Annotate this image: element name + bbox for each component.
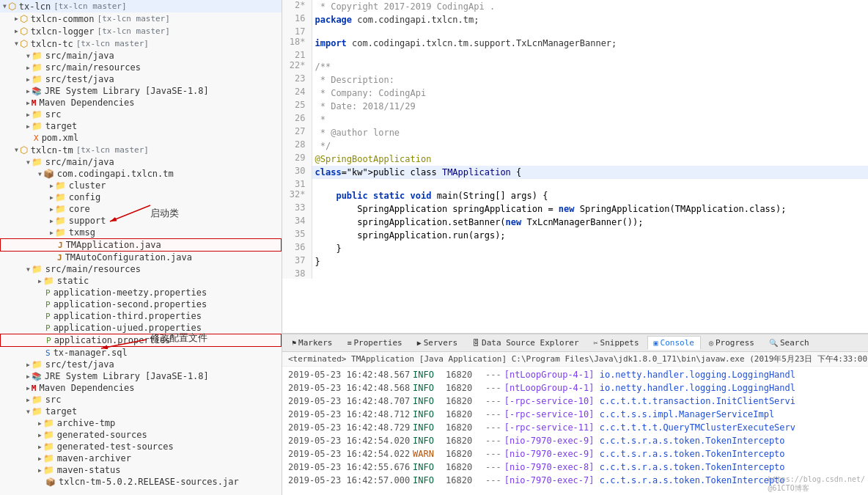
tree-item-txlcn-tc[interactable]: ▼⬡txlcn-tc [tx-lcn master] [0,37,282,50]
tree-item-tm-src-test-java[interactable]: ▶📁src/test/java [0,359,282,370]
tree-label-tm-application: TMApplication.java [66,240,161,250]
console-tab-properties[interactable]: ≡Properties [340,336,408,350]
log-level: INFO [413,461,446,474]
tree-item-tm-app-properties[interactable]: Papplication.properties [0,334,282,347]
tree-item-tm-target-maven-status[interactable]: ▶📁maven-status [0,464,282,476]
line-content: * Description: [312,73,868,87]
code-line-32*: 32* public static void main(String[] arg… [282,189,868,202]
tree-label-tm-config: config [69,192,100,202]
tree-item-tc-src[interactable]: ▶📁src [0,109,282,120]
tree-item-tm-maven[interactable]: ▶MMaven Dependencies [0,382,282,394]
log-line: 2019-05-23 16:42:48.567 INFO 16820---[nt… [282,368,868,381]
startup-annotation-label: 启动类 [150,207,179,220]
tree-item-tm-jre[interactable]: ▶📚JRE System Library [JavaSE-1.8] [0,370,282,382]
tree-label-tc-pom: pom.xml [42,133,79,143]
console-tab-data-source[interactable]: 🗄Data Source Explorer [466,336,585,350]
log-pid: 16820 [446,447,482,461]
tree-item-tm-core[interactable]: ▶📁core [0,203,282,215]
line-content: * Company: CodingApi [312,87,868,100]
tree-badge-txlcn-logger: [tx-lcn master] [98,26,170,36]
log-time: 2019-05-23 16:42:48.567 [288,368,413,381]
tree-item-tm-application[interactable]: JTMApplication.java [0,238,282,252]
tab-icon-progress: ◎ [709,339,713,347]
tree-item-tm-app-meetzy[interactable]: Papplication-meetzy.properties [0,287,282,298]
console-tab-markers[interactable]: ⚑Markers [285,336,339,350]
tree-label-tm-app-meetzy: application-meetzy.properties [54,287,207,298]
line-number: 30 [282,166,312,179]
tree-item-tc-src-main-resources[interactable]: ▶📁src/main/resources [0,62,282,73]
tree-item-tm-support[interactable]: ▶📁support [0,215,282,227]
console-tab-snippets[interactable]: ✂Snippets [587,336,646,350]
console-tab-servers[interactable]: ▶Servers [411,336,464,350]
log-pid: 16820 [446,421,482,434]
tab-label-snippets: Snippets [600,338,639,348]
line-content: public static void main(String[] args) { [312,189,868,202]
line-number: 35 [282,229,312,242]
console-content[interactable]: 2019-05-23 16:42:48.567 INFO 16820---[nt… [282,367,868,495]
tree-item-tm-target-jar[interactable]: 📦txlcn-tm-5.0.2.RELEASE-sources.jar [0,476,282,488]
line-number: 36 [282,242,312,255]
log-pid: 16820 [446,461,482,474]
tree-item-tm-target-maven-archiver[interactable]: ▶📁maven-archiver [0,452,282,464]
tree-item-tm-target-generated-sources[interactable]: ▶📁generated-sources [0,429,282,441]
line-content: class="kw">public class TMApplication { [312,166,868,179]
log-pid: 16820 [446,408,482,421]
tree-item-tm-app-ujued[interactable]: Papplication-ujued.properties [0,322,282,334]
tree-item-tc-src-test-java[interactable]: ▶📁src/test/java [0,73,282,85]
log-time: 2019-05-23 16:42:55.676 [288,461,413,474]
line-content: /** [312,60,868,73]
console-tab-progress[interactable]: ◎Progress [702,336,761,350]
tree-item-tm-config[interactable]: ▶📁config [0,191,282,203]
tree-item-tm-pkg[interactable]: ▼📦com.codingapi.txlcn.tm [0,168,282,180]
line-number: 29 [282,153,312,166]
tree-item-tm-autoconfig[interactable]: JTMAutoConfiguration.java [0,252,282,263]
tree-item-tm-target-archive-tmp[interactable]: ▶📁archive-tmp [0,417,282,429]
tree-item-tm-target-generated-test-sources[interactable]: ▶📁generated-test-sources [0,441,282,452]
tree-badge-txlcn-common: [tx-lcn master] [98,14,170,23]
tree-item-txlcn[interactable]: ▼⬡tx-lcn [tx-lcn master] [0,0,282,12]
tree-label-tm-cluster: cluster [69,180,106,191]
tree-item-tc-target[interactable]: ▶📁target [0,120,282,132]
tree-item-tc-src-main-java[interactable]: ▼📁src/main/java [0,50,282,62]
tree-item-tm-cluster[interactable]: ▶📁cluster [0,180,282,191]
tree-item-tc-maven[interactable]: ▶MMaven Dependencies [0,97,282,109]
tree-item-txlcn-logger[interactable]: ▶⬡txlcn-logger [tx-lcn master] [0,25,282,37]
tree-item-txlcn-tm[interactable]: ▼⬡txlcn-tm [tx-lcn master] [0,144,282,156]
tree-label-txlcn: tx-lcn [19,1,51,12]
log-class: io.netty.handler.logging.LoggingHandl [600,381,795,395]
console-tab-console[interactable]: ▣Console [647,336,701,350]
tree-item-tm-src-main-java[interactable]: ▼📁src/main/java [0,156,282,168]
code-line-23: 23 * Description: [282,73,868,87]
line-number: 31 [282,179,312,189]
tree-item-tm-static[interactable]: ▶📁static [0,275,282,287]
log-line: 2019-05-23 16:42:55.676 INFO 16820---[ni… [282,461,868,474]
code-line-29: 29@SpringBootApplication [282,153,868,166]
code-line-27: 27 * @author lorne [282,126,868,139]
tree-item-tm-app-second[interactable]: Papplication-second.properties [0,298,282,310]
tree-item-tm-target[interactable]: ▼📁target [0,406,282,417]
log-class: c.c.t.s.r.a.s.token.TokenIntercepto [600,461,785,474]
tree-item-tm-txmsg[interactable]: ▶📁txmsg [0,227,282,238]
tree-item-tm-src-main-resources[interactable]: ▼📁src/main/resources [0,263,282,275]
tree-item-tm-src[interactable]: ▶📁src [0,394,282,406]
tree-label-tm-app-second: application-second.properties [54,299,207,309]
tree-label-tc-maven: Maven Dependencies [39,98,134,108]
console-tab-search[interactable]: 🔍Search [762,336,816,350]
line-number: 37 [282,255,312,268]
tree-item-tm-manager-sql[interactable]: Stx-manager.sql [0,347,282,359]
code-line-31: 31 [282,179,868,189]
log-level: INFO [413,395,446,408]
code-editor[interactable]: 2* * Copyright 2017-2019 CodingApi .16pa… [282,0,868,334]
tree-item-txlcn-common[interactable]: ▶⬡txlcn-common [tx-lcn master] [0,12,282,25]
tree-item-tm-app-third[interactable]: Papplication-third.properties [0,310,282,322]
right-panel: 2* * Copyright 2017-2019 CodingApi .16pa… [282,0,868,495]
tree-item-tc-pom[interactable]: Xpom.xml [0,132,282,144]
log-time: 2019-05-23 16:42:54.020 [288,434,413,447]
log-time: 2019-05-23 16:42:48.568 [288,381,413,395]
line-number: 21 [282,50,312,60]
tree-item-tc-jre[interactable]: ▶📚JRE System Library [JavaSE-1.8] [0,85,282,97]
tab-icon-console: ▣ [654,339,658,347]
log-class: c.c.t.s.s.impl.ManagerServiceImpl [600,408,774,421]
code-line-30: 30class="kw">public class TMApplication … [282,166,868,179]
tree-label-tm-target-maven-status: maven-status [57,465,121,475]
